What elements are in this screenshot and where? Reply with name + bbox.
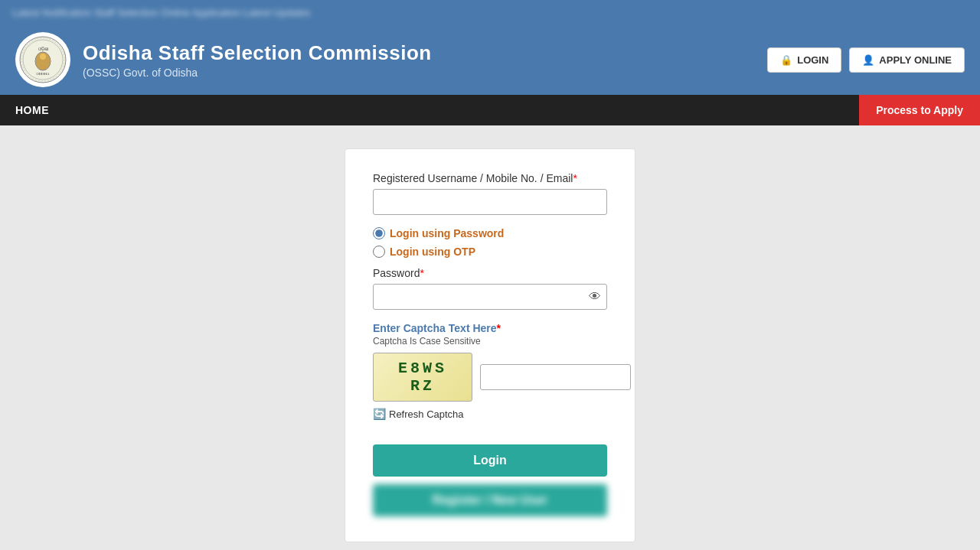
main-content: Registered Username / Mobile No. / Email… [0,125,980,550]
apply-online-header-button[interactable]: 👤 APPLY ONLINE [849,47,965,73]
org-logo: ଓଡ଼ିଶା ODISHA [15,32,70,87]
username-input[interactable] [373,189,607,215]
lock-icon: 🔒 [780,54,792,66]
toggle-password-icon[interactable]: 👁 [589,290,601,304]
header-left: ଓଡ଼ିଶା ODISHA Odisha Staff Selection Com… [15,32,432,87]
org-name: Odisha Staff Selection Commission [83,41,432,65]
refresh-captcha-button[interactable]: 🔄 Refresh Captcha [373,408,607,420]
process-to-apply-button[interactable]: Process to Apply [859,95,980,125]
ticker-bar: Latest Notification Staff Selection Onli… [0,0,980,24]
register-button[interactable]: Register / New User [373,484,607,516]
login-method-radio-group: Login using Password Login using OTP [373,227,607,258]
username-label: Registered Username / Mobile No. / Email… [373,172,607,184]
radio-otp-input[interactable] [373,246,385,258]
login-header-button[interactable]: 🔒 LOGIN [767,47,841,73]
radio-password-label: Login using Password [390,227,504,239]
ticker-text: Latest Notification Staff Selection Onli… [12,7,310,18]
username-required-star: * [573,172,577,184]
password-group: Password* 👁 [373,267,607,310]
password-input[interactable] [373,284,607,310]
username-group: Registered Username / Mobile No. / Email… [373,172,607,215]
password-required-star: * [420,267,423,279]
password-wrapper: 👁 [373,284,607,310]
captcha-required-star: * [497,322,501,334]
radio-password-input[interactable] [373,227,385,239]
refresh-icon: 🔄 [373,408,386,420]
nav-bar: HOME Process to Apply [0,95,980,125]
captcha-input[interactable] [480,364,631,390]
home-nav-item[interactable]: HOME [0,95,64,125]
header-title-block: Odisha Staff Selection Commission (OSSC)… [83,41,432,79]
svg-text:ଓଡ଼ିଶା: ଓଡ଼ିଶା [38,47,49,52]
captcha-sensitive-note: Captcha Is Case Sensitive [373,336,607,347]
svg-text:ODISHA: ODISHA [36,72,50,76]
logo-svg: ଓଡ଼ିଶା ODISHA [18,35,67,84]
login-card: Registered Username / Mobile No. / Email… [345,148,635,542]
org-sub: (OSSC) Govt. of Odisha [83,67,432,79]
captcha-row: E8WS RZ [373,353,607,402]
svg-point-4 [40,54,46,60]
captcha-image: E8WS RZ [373,353,472,402]
login-submit-button[interactable]: Login [373,444,607,477]
captcha-label: Enter Captcha Text Here* [373,322,607,334]
captcha-group: Enter Captcha Text Here* Captcha Is Case… [373,322,607,420]
site-header: ଓଡ଼ିଶା ODISHA Odisha Staff Selection Com… [0,24,980,95]
password-label: Password* [373,267,607,279]
radio-otp-option[interactable]: Login using OTP [373,246,607,258]
radio-password-option[interactable]: Login using Password [373,227,607,239]
user-plus-icon: 👤 [862,54,874,66]
header-buttons: 🔒 LOGIN 👤 APPLY ONLINE [767,47,965,73]
radio-otp-label: Login using OTP [390,246,475,258]
